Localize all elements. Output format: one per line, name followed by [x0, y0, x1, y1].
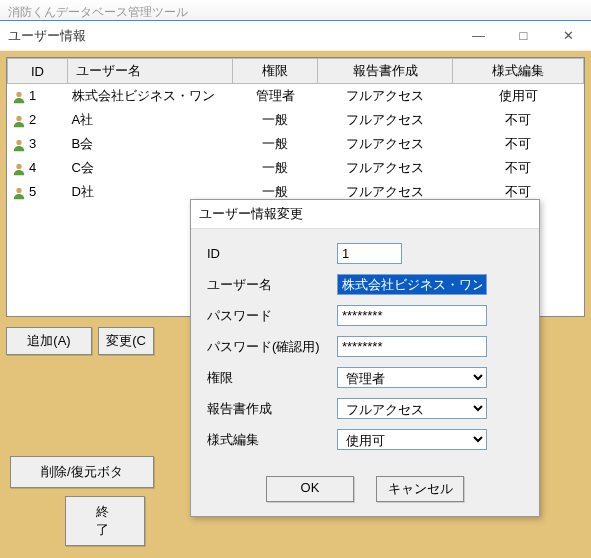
delete-restore-button[interactable]: 削除/復元ボタ: [10, 456, 154, 488]
user-icon: [12, 160, 26, 175]
dialog-title: ユーザー情報変更: [191, 200, 539, 229]
ok-button[interactable]: OK: [266, 476, 354, 502]
cell-report: フルアクセス: [318, 108, 453, 132]
dialog-body: ID ユーザー名 パスワード パスワード(確認用) 権限 管理者 報告書作成 フ…: [191, 229, 539, 468]
row-report: 報告書作成 フルアクセス: [207, 398, 523, 419]
cell-name: A社: [68, 108, 233, 132]
cell-id: 3: [8, 132, 68, 156]
maximize-button[interactable]: □: [501, 21, 546, 51]
cell-report: フルアクセス: [318, 132, 453, 156]
close-button[interactable]: ✕: [546, 21, 591, 51]
report-select[interactable]: フルアクセス: [337, 398, 487, 419]
cell-perm: 管理者: [233, 84, 318, 109]
bottom-button-area: 削除/復元ボタ 終了: [10, 456, 154, 546]
end-button[interactable]: 終了: [65, 496, 145, 546]
col-form[interactable]: 様式編集: [453, 59, 584, 84]
label-formedit: 様式編集: [207, 431, 337, 449]
table-row[interactable]: 2A社一般フルアクセス不可: [8, 108, 584, 132]
cell-report: フルアクセス: [318, 156, 453, 180]
label-report: 報告書作成: [207, 400, 337, 418]
cell-id: 5: [8, 180, 68, 204]
cell-form: 不可: [453, 156, 584, 180]
main-window-title: ユーザー情報: [0, 27, 456, 45]
label-perm: 権限: [207, 369, 337, 387]
label-id: ID: [207, 246, 337, 261]
close-icon: ✕: [563, 28, 574, 43]
edit-user-dialog: ユーザー情報変更 ID ユーザー名 パスワード パスワード(確認用) 権限 管理…: [190, 199, 540, 517]
main-titlebar: ユーザー情報 — □ ✕: [0, 21, 591, 51]
permission-select[interactable]: 管理者: [337, 367, 487, 388]
row-name: ユーザー名: [207, 274, 523, 295]
change-button[interactable]: 変更(C: [98, 327, 154, 355]
cancel-button[interactable]: キャンセル: [376, 476, 464, 502]
cell-name: B会: [68, 132, 233, 156]
table-row[interactable]: 1株式会社ビジネス・ワン管理者フルアクセス使用可: [8, 84, 584, 109]
cell-form: 使用可: [453, 84, 584, 109]
cell-perm: 一般: [233, 132, 318, 156]
dialog-button-row: OK キャンセル: [191, 468, 539, 516]
row-formedit: 様式編集 使用可: [207, 429, 523, 450]
cell-id: 1: [8, 84, 68, 109]
add-button[interactable]: 追加(A): [6, 327, 92, 355]
cell-form: 不可: [453, 108, 584, 132]
table-row[interactable]: 3B会一般フルアクセス不可: [8, 132, 584, 156]
minimize-icon: —: [472, 28, 485, 43]
cell-report: フルアクセス: [318, 84, 453, 109]
cell-name: C会: [68, 156, 233, 180]
id-field[interactable]: [337, 243, 402, 264]
cell-form: 不可: [453, 132, 584, 156]
label-name: ユーザー名: [207, 276, 337, 294]
cell-id: 2: [8, 108, 68, 132]
row-id: ID: [207, 243, 523, 264]
col-name[interactable]: ユーザー名: [68, 59, 233, 84]
user-table: ID ユーザー名 権限 報告書作成 様式編集 1株式会社ビジネス・ワン管理者フル…: [7, 58, 584, 204]
password-field[interactable]: [337, 305, 487, 326]
cell-perm: 一般: [233, 156, 318, 180]
username-field[interactable]: [337, 274, 487, 295]
maximize-icon: □: [520, 28, 528, 43]
formedit-select[interactable]: 使用可: [337, 429, 487, 450]
col-id[interactable]: ID: [8, 59, 68, 84]
row-pw2: パスワード(確認用): [207, 336, 523, 357]
cell-name: 株式会社ビジネス・ワン: [68, 84, 233, 109]
cell-perm: 一般: [233, 108, 318, 132]
user-icon: [12, 88, 26, 103]
password-confirm-field[interactable]: [337, 336, 487, 357]
col-report[interactable]: 報告書作成: [318, 59, 453, 84]
user-icon: [12, 136, 26, 151]
row-pw: パスワード: [207, 305, 523, 326]
table-row[interactable]: 4C会一般フルアクセス不可: [8, 156, 584, 180]
label-pw: パスワード: [207, 307, 337, 325]
user-icon: [12, 184, 26, 199]
minimize-button[interactable]: —: [456, 21, 501, 51]
col-perm[interactable]: 権限: [233, 59, 318, 84]
table-header-row: ID ユーザー名 権限 報告書作成 様式編集: [8, 59, 584, 84]
row-perm: 権限 管理者: [207, 367, 523, 388]
cell-id: 4: [8, 156, 68, 180]
label-pw2: パスワード(確認用): [207, 338, 337, 356]
user-icon: [12, 112, 26, 127]
